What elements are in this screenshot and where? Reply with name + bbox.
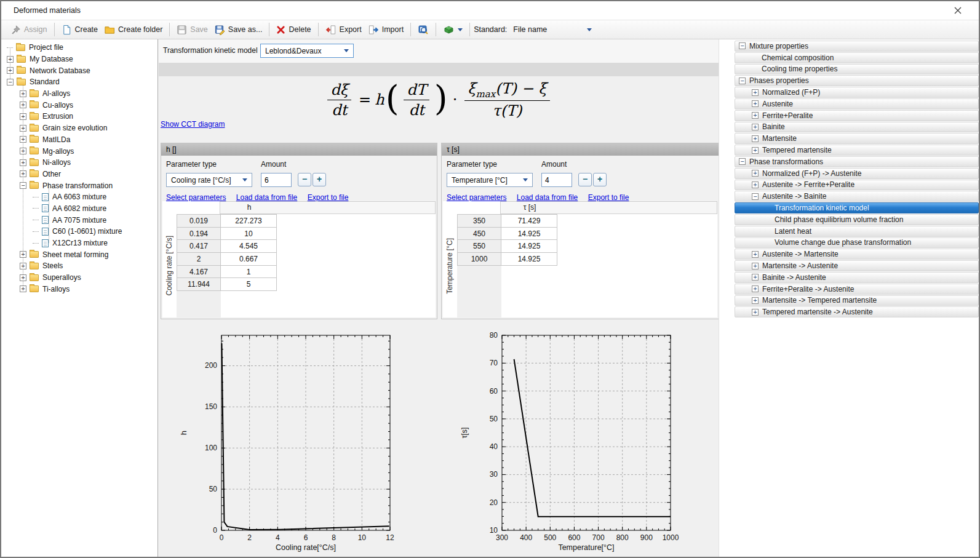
save-as-button[interactable]: Save as...	[211, 23, 266, 36]
expand-toggle[interactable]: +	[752, 251, 759, 258]
expand-toggle[interactable]: −	[752, 193, 759, 200]
expand-toggle[interactable]: +	[752, 147, 759, 154]
property-tree-item[interactable]: +Martensite -> Austenite	[735, 260, 979, 271]
create-button[interactable]: Create	[58, 23, 102, 36]
delete-button[interactable]: Delete	[273, 24, 314, 36]
property-tree-item[interactable]: +Bainite	[735, 122, 979, 133]
tree-item[interactable]: +Extrusion	[1, 111, 157, 122]
row-header-cell[interactable]: 1000	[458, 253, 501, 266]
tree-item[interactable]: +Mg-alloys	[1, 145, 157, 157]
property-tree-item[interactable]: +Normalized (F+P) -> Austenite	[735, 168, 979, 179]
standard-combo[interactable]: Standard: File name	[474, 25, 592, 34]
expand-toggle[interactable]: +	[752, 309, 759, 316]
tree-item[interactable]: C60 (1-0601) mixture	[1, 226, 157, 237]
load-data-link[interactable]: Load data from file	[236, 193, 297, 202]
close-icon[interactable]	[953, 6, 963, 15]
expand-toggle[interactable]: −	[20, 182, 26, 189]
model-dropdown[interactable]: Leblond&Devaux	[260, 44, 354, 58]
tree-item[interactable]: −Phase transformation	[1, 180, 157, 191]
export-to-file-link[interactable]: Export to file	[588, 193, 629, 202]
tree-item[interactable]: +Other	[1, 169, 157, 180]
property-tree-item[interactable]: +Normalized (F+P)	[735, 87, 979, 98]
decrease-button[interactable]: −	[578, 173, 592, 186]
value-cell[interactable]: 71.429	[501, 215, 557, 228]
expand-toggle[interactable]: +	[752, 135, 759, 142]
value-cell[interactable]: 14.925	[501, 240, 557, 253]
tree-item[interactable]: +MatILDa	[1, 134, 157, 146]
expand-toggle[interactable]: +	[752, 89, 759, 96]
property-tree-item[interactable]: +Martensite	[735, 133, 979, 144]
expand-toggle[interactable]: −	[7, 79, 14, 86]
expand-toggle[interactable]: +	[752, 263, 759, 269]
select-parameters-link[interactable]: Select parameters	[166, 193, 226, 202]
expand-toggle[interactable]: +	[20, 90, 26, 97]
expand-toggle[interactable]: +	[20, 251, 26, 258]
expand-toggle[interactable]: +	[7, 56, 14, 63]
tree-item[interactable]: −Standard	[1, 76, 157, 88]
expand-toggle[interactable]: +	[752, 297, 759, 304]
expand-toggle[interactable]: +	[752, 274, 759, 281]
property-tree-item[interactable]: +Austenite	[735, 98, 979, 110]
expand-toggle[interactable]: +	[20, 102, 26, 108]
tree-item[interactable]: Project file	[1, 42, 157, 54]
property-tree-item[interactable]: +Tempered martensite -> Austenite	[735, 306, 979, 317]
expand-toggle[interactable]: +	[752, 100, 759, 107]
property-tree-item[interactable]: Chemical composition	[735, 52, 979, 63]
value-cell[interactable]: 0.667	[221, 253, 277, 266]
property-tree-item[interactable]: Volume change due phase transformation	[735, 237, 979, 249]
expand-toggle[interactable]: +	[7, 67, 14, 74]
value-cell[interactable]: 227.273	[221, 215, 277, 228]
tree-item[interactable]: AA 6082 mixture	[1, 203, 157, 215]
expand-toggle[interactable]: +	[20, 159, 26, 166]
load-data-link[interactable]: Load data from file	[517, 193, 578, 202]
property-tree-item[interactable]: +Martensite -> Tempered martensite	[735, 295, 979, 306]
export-button[interactable]: Export	[322, 23, 365, 36]
tree-item[interactable]: +Al-alloys	[1, 88, 157, 100]
increase-button[interactable]: +	[593, 173, 607, 186]
amount-input[interactable]	[261, 173, 292, 187]
tree-item[interactable]: +My Database	[1, 54, 157, 65]
expand-toggle[interactable]: +	[20, 125, 26, 132]
save-button[interactable]: Save	[173, 23, 211, 36]
module-button[interactable]	[440, 23, 466, 36]
tree-item[interactable]: AA 7075 mixture	[1, 214, 157, 226]
parameter-type-dropdown[interactable]: Cooling rate [°C/s]	[166, 173, 252, 187]
expand-toggle[interactable]: −	[739, 158, 746, 165]
preview-button[interactable]	[415, 23, 432, 36]
tree-item[interactable]: +Ni-alloys	[1, 157, 157, 169]
assign-button[interactable]: Assign	[7, 23, 50, 36]
export-to-file-link[interactable]: Export to file	[308, 193, 349, 202]
row-header-cell[interactable]: 0.417	[177, 240, 221, 253]
property-tree-item[interactable]: Latent heat	[735, 226, 979, 237]
property-tree-item[interactable]: −Mixture properties	[735, 41, 979, 52]
property-tree-item[interactable]: +Ferrite+Peralite -> Austenite	[735, 284, 979, 295]
value-cell[interactable]: 1	[221, 265, 277, 278]
tree-item[interactable]: +Steels	[1, 260, 157, 272]
property-tree-item[interactable]: Child phase equilibrium volume fraction	[735, 214, 979, 225]
property-tree-item[interactable]: −Phases properties	[735, 75, 979, 86]
expand-toggle[interactable]: +	[20, 285, 26, 292]
tree-item[interactable]: +Cu-alloys	[1, 99, 157, 111]
tree-item[interactable]: +Grain size evolution	[1, 122, 157, 134]
decrease-button[interactable]: −	[298, 173, 311, 186]
value-cell[interactable]: 14.925	[501, 253, 557, 266]
property-tree-item[interactable]: −Austenite -> Bainite	[735, 191, 979, 202]
tree-item[interactable]: +Ti-alloys	[1, 283, 157, 295]
row-header-cell[interactable]: 450	[458, 227, 501, 240]
expand-toggle[interactable]: +	[752, 112, 759, 119]
expand-toggle[interactable]: +	[20, 136, 26, 143]
property-tree-item[interactable]: −Phase transformations	[735, 156, 979, 167]
row-header-cell[interactable]: 4.167	[177, 265, 221, 278]
expand-toggle[interactable]: +	[20, 148, 26, 154]
value-cell[interactable]: 10	[221, 227, 277, 240]
value-cell[interactable]: 4.545	[221, 240, 277, 253]
row-header-cell[interactable]: 350	[458, 215, 501, 228]
expand-toggle[interactable]: +	[752, 285, 759, 292]
property-tree-item[interactable]: +Ferrite+Peralite	[735, 110, 979, 121]
tree-item[interactable]: +Sheet metal forming	[1, 249, 157, 260]
property-tree-item[interactable]: Cooling time properties	[735, 64, 979, 75]
expand-toggle[interactable]: −	[739, 42, 746, 49]
property-tree-item[interactable]: +Austenite -> Martensite	[735, 249, 979, 260]
row-header-cell[interactable]: 550	[458, 240, 501, 253]
tree-item[interactable]: +Superalloys	[1, 272, 157, 284]
